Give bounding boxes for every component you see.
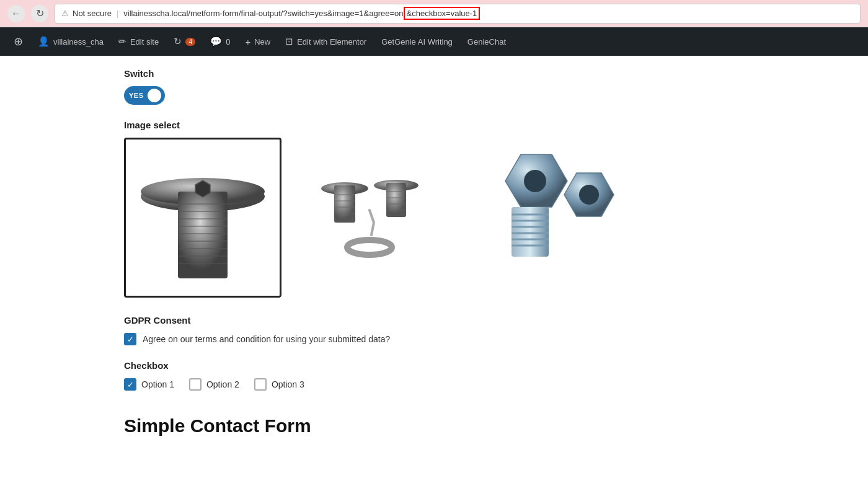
svg-point-36 [579,185,599,205]
svg-point-25 [347,240,392,255]
wordpress-icon: ⊕ [14,35,23,48]
checkbox-section-label: Checkbox [124,360,849,371]
not-secure-label: Not secure [73,9,112,18]
image-option-2[interactable] [300,150,439,285]
gdpr-checkmark: ✓ [127,335,134,343]
admin-bar-updates[interactable]: ↻ 4 [167,27,202,56]
back-button[interactable]: ← [7,5,25,22]
svg-rect-14 [334,185,355,223]
toggle-yes-label: YES [129,92,144,99]
image-select-label: Image select [124,120,849,130]
bolt-image-2 [304,154,435,278]
checkbox-section: Checkbox ✓ Option 1 Option 2 Option 3 [124,360,849,391]
admin-bar-new[interactable]: + New [239,27,277,56]
elementor-icon: ⊡ [285,36,293,47]
page-content: Switch YES Image select [0,56,868,461]
admin-bar: ⊕ 👤 villainess_cha ✏ Edit site ↻ 4 💬 0 +… [0,27,868,56]
switch-section: Switch YES [124,68,849,105]
updates-badge: 4 [185,38,195,46]
refresh-button[interactable]: ↻ [31,5,48,22]
svg-point-34 [524,170,546,192]
checkbox-option-3-box[interactable] [254,378,267,391]
admin-bar-edit-site[interactable]: ✏ Edit site [112,27,165,56]
checkbox-option-3-label: Option 3 [272,379,304,389]
checkbox-option-1[interactable]: ✓ Option 1 [124,378,174,391]
edit-site-icon: ✏ [118,36,126,47]
toggle-knob [148,89,161,102]
admin-bar-getgenie[interactable]: GetGenie AI Writing [375,27,459,56]
checkbox-options-group: ✓ Option 1 Option 2 Option 3 [124,378,849,391]
new-icon: + [245,37,250,47]
checkbox-option-3[interactable]: Option 3 [254,378,304,391]
checkbox-option-1-box[interactable]: ✓ [124,378,136,391]
svg-marker-12 [195,180,210,197]
admin-bar-edit-elementor[interactable]: ⊡ Edit with Elementor [279,27,373,56]
address-bar: ← ↻ ⚠ Not secure | villainesscha.local/m… [0,0,868,27]
image-select-section: Image select [124,120,849,298]
admin-bar-geniechat[interactable]: GenieChat [461,27,512,56]
warning-icon: ⚠ [61,9,69,18]
checkbox-option-2[interactable]: Option 2 [189,378,239,391]
image-option-1[interactable] [124,138,281,298]
bolt-image-3 [462,145,623,288]
form-title: Simple Contact Form [124,415,849,436]
checkbox-option-2-label: Option 2 [206,379,239,389]
gdpr-section: GDPR Consent ✓ Agree on our terms and co… [124,315,849,345]
bolt-image-1 [128,142,277,291]
url-highlight: &checkbox=value-1 [404,7,480,20]
gdpr-checkbox-label: Agree on our terms and condition for usi… [143,334,390,344]
site-icon: 👤 [38,36,50,47]
checkbox-option-1-label: Option 1 [141,379,174,389]
checkbox-option-2-box[interactable] [189,378,202,391]
url-before-highlight: villainesscha.local/metform-form/final-o… [123,9,403,18]
image-select-grid [124,138,849,298]
admin-bar-site-name[interactable]: 👤 villainess_cha [32,27,110,56]
wp-logo-button[interactable]: ⊕ [7,27,29,56]
url-bar[interactable]: ⚠ Not secure | villainesscha.local/metfo… [55,4,861,24]
comments-icon: 💬 [210,36,222,47]
gdpr-label: GDPR Consent [124,315,849,326]
gdpr-checkbox-row: ✓ Agree on our terms and condition for u… [124,333,849,345]
checkbox-option-1-checkmark: ✓ [127,381,134,389]
switch-label: Switch [124,68,849,79]
url-text: villainesscha.local/metform-form/final-o… [123,9,480,18]
svg-rect-20 [386,183,406,217]
switch-toggle[interactable]: YES [124,86,165,105]
url-separator: | [117,9,118,18]
updates-icon: ↻ [174,36,182,47]
gdpr-checkbox[interactable]: ✓ [124,333,136,345]
admin-bar-comments[interactable]: 💬 0 [204,27,236,56]
image-option-3[interactable] [458,141,627,294]
